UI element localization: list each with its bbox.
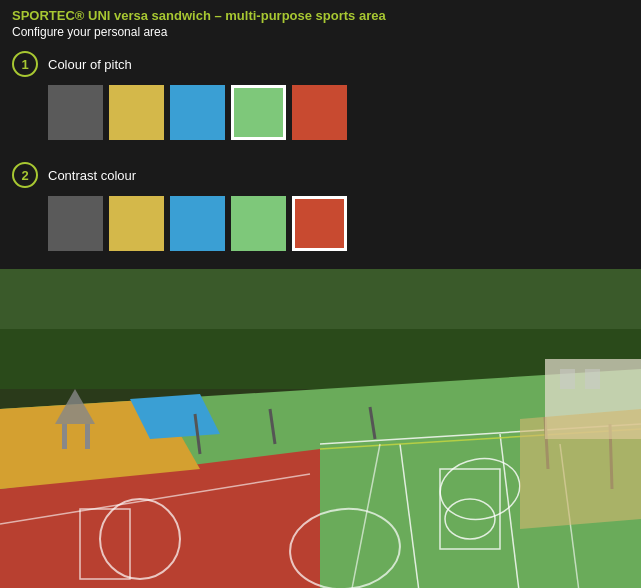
page-subtitle: Configure your personal area [12, 25, 629, 39]
pitch-swatch-red[interactable] [292, 85, 347, 140]
pitch-swatch-blue[interactable] [170, 85, 225, 140]
pitch-colour-swatches [48, 85, 629, 140]
pitch-swatch-yellow[interactable] [109, 85, 164, 140]
section1-label: Colour of pitch [48, 57, 132, 72]
step2-circle: 2 [12, 162, 38, 188]
contrast-swatch-grey[interactable] [48, 196, 103, 251]
page-title: SPORTEC® UNI versa sandwich – multi-purp… [12, 8, 629, 23]
step1-circle: 1 [12, 51, 38, 77]
contrast-swatch-red[interactable] [292, 196, 347, 251]
section2-label: Contrast colour [48, 168, 136, 183]
section-contrast-colour: 2 Contrast colour [0, 154, 641, 265]
section-pitch-colour: 1 Colour of pitch [0, 43, 641, 154]
court-image [0, 269, 641, 588]
svg-rect-26 [62, 424, 67, 449]
svg-rect-27 [85, 424, 90, 449]
contrast-colour-swatches [48, 196, 629, 251]
pitch-swatch-grey[interactable] [48, 85, 103, 140]
contrast-swatch-green[interactable] [231, 196, 286, 251]
svg-rect-32 [585, 369, 600, 389]
header: SPORTEC® UNI versa sandwich – multi-purp… [0, 0, 641, 43]
svg-marker-33 [520, 409, 641, 529]
contrast-swatch-blue[interactable] [170, 196, 225, 251]
svg-rect-31 [560, 369, 575, 389]
contrast-swatch-yellow[interactable] [109, 196, 164, 251]
pitch-swatch-green[interactable] [231, 85, 286, 140]
